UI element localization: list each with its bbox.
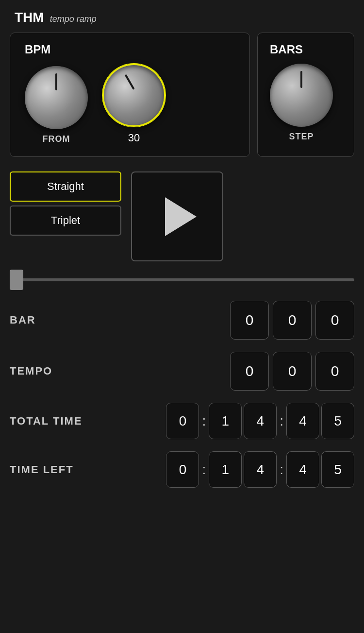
bar-digit-2[interactable]: 0 [273,301,312,340]
tempo-digit-3[interactable]: 0 [315,352,354,391]
time-left-row: TIME LEFT 0 : 1 4 : 4 5 [10,451,354,488]
toggle-buttons: Straight Triplet [10,171,121,261]
app-title: THM [15,10,44,25]
bpm-knobs-row: FROM 30 [25,64,235,144]
total-time-d5[interactable]: 5 [321,403,354,439]
to-knob-indicator [125,74,135,90]
time-left-colon-1: : [202,462,206,478]
straight-button[interactable]: Straight [10,171,121,202]
from-knob-indicator [55,73,57,90]
bars-knob[interactable] [270,64,333,127]
from-label: FROM [43,134,70,144]
time-left-label: TIME LEFT [10,463,107,476]
time-left-colon-2: : [280,462,283,478]
play-icon [165,197,197,236]
tempo-digit-1[interactable]: 0 [230,352,269,391]
to-knob[interactable] [102,64,165,127]
to-knob-container: 30 [102,64,165,144]
total-time-colon-2: : [280,413,283,429]
bar-row: BAR 0 0 0 [10,301,354,340]
to-value: 30 [128,132,140,144]
total-time-d2[interactable]: 1 [209,403,242,439]
bar-digit-3[interactable]: 0 [315,301,354,340]
bars-title: BARS [270,43,303,56]
slider-thumb[interactable] [10,270,23,290]
header: THM tempo ramp [0,0,364,33]
total-time-d1[interactable]: 0 [166,403,199,439]
time-left-d4[interactable]: 4 [286,451,319,488]
from-knob-container: FROM [25,66,88,144]
time-left-d3[interactable]: 4 [244,451,277,488]
from-knob[interactable] [25,66,88,129]
bpm-title: BPM [25,43,50,56]
slider-track[interactable] [10,278,354,281]
data-section: BAR 0 0 0 TEMPO 0 0 0 TOTAL TIME 0 : 1 4… [10,301,354,488]
bars-panel: BARS STEP [257,33,354,157]
total-time-d4[interactable]: 4 [286,403,319,439]
bar-digits: 0 0 0 [230,301,354,340]
bar-label: BAR [10,314,107,326]
total-time-digits: 0 : 1 4 : 4 5 [166,403,354,439]
triplet-button[interactable]: Triplet [10,205,121,236]
bpm-panel: BPM FROM 30 [10,33,250,157]
bars-knob-container: STEP [270,64,333,142]
play-button[interactable] [131,171,223,261]
total-time-label: TOTAL TIME [10,415,107,428]
buttons-row: Straight Triplet [10,171,354,261]
time-left-digits: 0 : 1 4 : 4 5 [166,451,354,488]
tempo-row: TEMPO 0 0 0 [10,352,354,391]
knobs-section: BPM FROM 30 BARS STEP [10,33,354,157]
tempo-digit-2[interactable]: 0 [273,352,312,391]
total-time-d3[interactable]: 4 [244,403,277,439]
step-label: STEP [289,132,314,142]
time-left-d5[interactable]: 5 [321,451,354,488]
total-time-row: TOTAL TIME 0 : 1 4 : 4 5 [10,403,354,439]
tempo-digits: 0 0 0 [230,352,354,391]
subtitle: tempo ramp [50,14,97,24]
slider-section [10,278,354,281]
total-time-colon-1: : [202,413,206,429]
bars-knob-indicator [300,71,302,88]
bar-digit-1[interactable]: 0 [230,301,269,340]
time-left-d2[interactable]: 1 [209,451,242,488]
tempo-label: TEMPO [10,365,107,377]
time-left-d1[interactable]: 0 [166,451,199,488]
